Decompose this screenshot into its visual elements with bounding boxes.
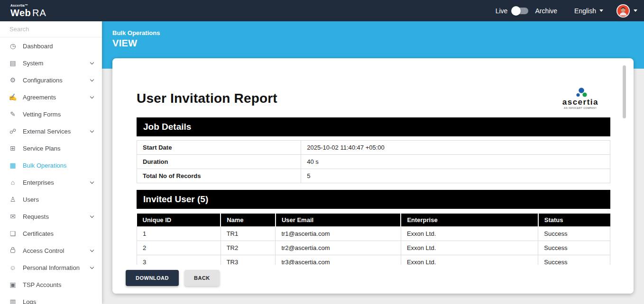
request-icon: ✉ [9,213,17,220]
bulk-operations-icon: ▦ [9,162,17,169]
system-icon: ▤ [9,60,17,66]
chevron-down-icon [90,248,94,251]
sidebar-item-vetting-forms[interactable]: ✎Vetting Forms [0,106,102,123]
report-actions: DOWNLOAD BACK [112,265,634,294]
lock-icon [9,247,17,254]
chevron-down-icon [90,179,94,183]
column-header: Enterprise [401,214,538,227]
job-details-heading: Job Details [137,117,610,136]
bank-icon: ⌂ [9,179,17,186]
sidebar-item-label: Agreements [23,94,91,101]
invited-users-heading: Invited User (5) [137,190,610,209]
table-cell: tr2@ascertia.com [276,241,401,255]
sidebar-item-configurations[interactable]: ⚙Configurations [0,72,102,89]
sidebar-item-label: Configurations [23,77,91,84]
sidebar-item-label: Access Control [23,247,91,254]
sidebar-item-label: Enterprises [23,179,91,186]
main-content: Bulk Operations VIEW User Invitation Rep… [102,21,644,304]
archive-label[interactable]: Archive [535,7,557,15]
table-header-row: Unique IDNameUser EmailEnterpriseStatus [137,214,610,227]
table-cell: 2 [137,241,221,255]
chevron-down-icon [90,94,94,98]
form-icon: ✎ [9,111,17,117]
logs-icon: ▥ [9,298,17,304]
report-scroll-area[interactable]: User Invitation Report ascertia AN INFOC… [112,58,634,265]
table-cell: Success [538,255,610,265]
ascertia-logo-tagline: AN INFOCERT COMPANY [562,107,598,109]
job-detail-label: Start Date [137,141,301,155]
toggle-knob-icon [511,6,521,16]
table-cell: tr3@ascertia.com [276,255,401,265]
sidebar-item-dashboard[interactable]: ◷Dashboard [0,37,102,54]
language-dropdown[interactable]: English [574,7,603,15]
table-cell: TR3 [221,255,276,265]
report-card: User Invitation Report ascertia AN INFOC… [112,58,634,294]
job-details-table: Start Date2025-10-02 11:40:47 +05:00Dura… [137,140,610,183]
language-value: English [574,7,596,15]
table-cell: 3 [137,255,221,265]
job-detail-row: Total No of Records5 [137,169,610,183]
app-logo[interactable]: Ascertia™ WebRA [10,4,46,18]
sidebar-item-label: Service Plans [23,145,93,152]
handshake-icon: ✍ [9,94,17,100]
job-detail-row: Duration40 s [137,155,610,169]
chevron-down-icon [90,265,94,268]
link-icon: ☍ [9,128,17,134]
chevron-down-icon [90,60,94,64]
job-detail-value: 2025-10-02 11:40:47 +05:00 [301,141,610,155]
table-cell: TR2 [221,241,276,255]
sidebar-item-agreements[interactable]: ✍Agreements [0,89,102,106]
sidebar-item-label: System [23,60,91,67]
sidebar-item-label: Personal Information [23,264,91,271]
sidebar-item-system[interactable]: ▤System [0,54,102,72]
search-input[interactable] [9,25,94,33]
gauge-icon: ◷ [9,43,17,49]
sidebar-item-logs[interactable]: ▥Logs [0,293,102,304]
scrollbar-thumb[interactable] [623,65,626,118]
report-title: User Invitation Report [137,91,277,106]
brand-company: Ascertia™ [10,4,46,7]
certificate-icon: ❏ [9,230,17,237]
column-header: Status [538,214,610,227]
table-cell: Success [538,241,610,255]
column-header: Unique ID [137,214,221,227]
sidebar-item-bulk-operations[interactable]: ▦Bulk Operations [0,157,102,174]
sidebar-item-certificates[interactable]: ❏Certificates [0,225,102,242]
sidebar-item-requests[interactable]: ✉Requests [0,208,102,225]
back-button[interactable]: BACK [184,270,220,286]
sidebar-item-enterprises[interactable]: ⌂Enterprises [0,174,102,191]
chevron-down-icon [90,214,94,217]
sidebar: ◷Dashboard▤System⚙Configurations✍Agreeme… [0,21,102,304]
table-cell: Exxon Ltd. [401,227,538,241]
chevron-down-icon [634,9,637,12]
breadcrumb: Bulk Operations [112,29,644,36]
sidebar-item-label: Certificates [23,230,93,237]
job-detail-value: 5 [301,169,610,183]
invited-users-table: Unique IDNameUser EmailEnterpriseStatus … [137,214,610,265]
sidebar-item-external-services[interactable]: ☍External Services [0,123,102,140]
table-cell: tr1@ascertia.com [276,227,401,241]
user-icon: ♙ [9,196,17,203]
sidebar-item-tsp-accounts[interactable]: ▣TSP Accounts [0,276,102,293]
brand-product: WebRA [10,8,46,18]
chevron-down-icon [599,9,603,12]
table-cell: Success [538,227,610,241]
service-plan-icon: ⊞ [9,145,17,152]
table-cell: 1 [137,227,221,241]
sidebar-item-service-plans[interactable]: ⊞Service Plans [0,140,102,157]
sidebar-search [0,21,102,37]
download-button[interactable]: DOWNLOAD [126,270,179,286]
sidebar-item-label: External Services [23,128,91,135]
sidebar-item-users[interactable]: ♙Users [0,191,102,208]
table-row: 2TR2tr2@ascertia.comExxon Ltd.Success [137,241,610,255]
person-circle-icon: ☺ [9,264,17,271]
table-cell: Exxon Ltd. [401,241,538,255]
gear-icon: ⚙ [9,77,17,83]
sidebar-item-access-control[interactable]: Access Control [0,242,102,259]
sidebar-item-label: Logs [23,298,93,304]
chevron-down-icon [90,128,94,132]
live-label[interactable]: Live [496,7,508,15]
sidebar-item-personal-information[interactable]: ☺Personal Information [0,259,102,276]
user-menu[interactable] [616,4,637,18]
live-archive-toggle[interactable] [512,8,528,14]
